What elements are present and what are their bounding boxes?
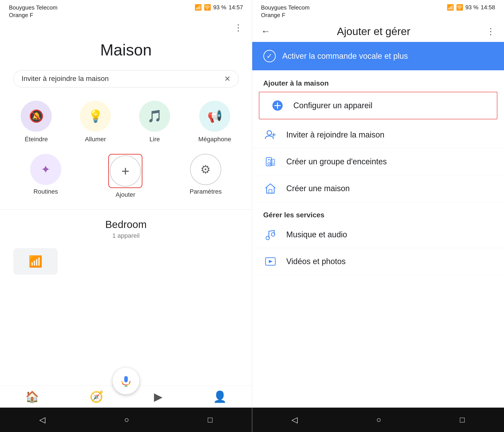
svg-rect-16 — [269, 190, 272, 193]
nav-media[interactable]: ▶ — [154, 390, 162, 403]
section-ajouter: Ajouter à la maison — [252, 70, 504, 90]
allumer-label: Allumer — [85, 136, 106, 143]
mic-icon — [120, 375, 132, 387]
invite-label: Inviter à rejoindre la maison — [286, 130, 384, 140]
allumer-icon: 💡 — [88, 109, 103, 123]
signal-icon: 📶 — [195, 4, 202, 11]
svg-point-6 — [267, 131, 271, 135]
music-label: Musique et audio — [286, 230, 347, 239]
bedroom-section: Bedroom 1 appareil — [0, 216, 252, 241]
right-status-bar: Bouygues TelecomOrange F 📶 🛜 93 % 14:58 — [252, 0, 504, 21]
qa-megaphone[interactable]: 📢 Mégaphone — [198, 101, 231, 143]
qa-allumer[interactable]: 💡 Allumer — [80, 101, 111, 143]
svg-point-17 — [266, 236, 270, 240]
left-carrier: Bouygues TelecomOrange F — [9, 4, 57, 19]
ajouter-icon-circle: + — [110, 155, 141, 186]
right-android-home[interactable]: ○ — [376, 415, 381, 424]
allumer-icon-circle: 💡 — [80, 101, 111, 132]
megaphone-icon: 📢 — [207, 109, 222, 123]
lire-icon-circle: 🎵 — [139, 101, 170, 132]
left-android-nav: ◁ ○ □ — [0, 408, 252, 432]
battery-text: 93 % — [213, 4, 226, 11]
nav-discover[interactable]: 🧭 — [90, 390, 103, 403]
megaphone-label: Mégaphone — [198, 136, 231, 143]
invite-icon — [263, 128, 278, 142]
right-page-title: Ajouter et gérer — [277, 25, 470, 37]
device-wifi-icon: 📶 — [29, 255, 42, 268]
add-person-icon — [265, 129, 276, 140]
android-home[interactable]: ○ — [124, 415, 129, 424]
qa2-parametres[interactable]: ⚙ Paramètres — [190, 154, 222, 198]
video-label: Vidéos et photos — [286, 257, 346, 266]
parametres-label: Paramètres — [190, 188, 222, 195]
right-header: ← Ajouter et gérer ⋮ — [252, 21, 504, 42]
configure-wrapper: Configurer un appareil — [259, 90, 498, 122]
bedroom-devices: 📶 — [0, 241, 252, 275]
android-recents[interactable]: □ — [208, 415, 213, 424]
right-wifi-icon: 🛜 — [456, 4, 463, 11]
svg-point-10 — [268, 163, 270, 165]
parametres-icon-circle: ⚙ — [190, 154, 221, 185]
right-signal-icon: 📶 — [447, 4, 454, 11]
configure-item[interactable]: Configurer un appareil — [259, 92, 498, 119]
right-android-back[interactable]: ◁ — [291, 415, 298, 424]
device-card[interactable]: 📶 — [13, 248, 58, 275]
svg-point-13 — [272, 163, 273, 165]
back-button[interactable]: ← — [261, 26, 270, 37]
video-item[interactable]: Vidéos et photos — [252, 248, 504, 275]
nav-home[interactable]: 🏠 — [25, 390, 39, 403]
left-status-bar: Bouygues TelecomOrange F 📶 🛜 93 % 14:57 — [0, 0, 252, 21]
left-panel: Bouygues TelecomOrange F 📶 🛜 93 % 14:57 … — [0, 0, 252, 432]
invite-bar-text: Inviter à rejoindre la maison — [21, 75, 109, 83]
qa2-ajouter[interactable]: + Ajouter — [108, 154, 142, 198]
home-icon — [263, 181, 278, 196]
right-android-nav: ◁ ○ □ — [252, 408, 504, 432]
invite-item[interactable]: Inviter à rejoindre la maison — [252, 122, 504, 148]
right-android-recents[interactable]: □ — [460, 415, 465, 424]
left-menu-button[interactable]: ⋮ — [234, 23, 243, 32]
page-title: Maison — [0, 41, 252, 59]
invite-bar-close[interactable]: ✕ — [224, 74, 231, 83]
eteindre-label: Éteindre — [25, 136, 48, 143]
section-divider — [0, 209, 252, 210]
right-status-icons: 📶 🛜 93 % 14:58 — [447, 4, 495, 11]
mic-fab-button[interactable] — [113, 368, 139, 394]
routines-icon-circle: ✦ — [30, 154, 61, 185]
qa-lire[interactable]: 🎵 Lire — [139, 101, 170, 143]
megaphone-icon-circle: 📢 — [199, 101, 230, 132]
play-screen-icon — [265, 256, 276, 267]
svg-point-14 — [272, 160, 273, 161]
time-left: 14:57 — [228, 4, 243, 11]
invite-bar[interactable]: Inviter à rejoindre la maison ✕ — [13, 70, 239, 87]
create-group-label: Créer un groupe d'enceintes — [286, 157, 387, 166]
routines-icon: ✦ — [41, 163, 51, 176]
qa2-routines[interactable]: ✦ Routines — [30, 154, 61, 198]
left-header: ⋮ — [0, 21, 252, 34]
routines-label: Routines — [34, 188, 58, 195]
create-group-item[interactable]: Créer un groupe d'enceintes — [252, 148, 504, 175]
right-battery-text: 93 % — [465, 4, 478, 11]
wifi-icon: 🛜 — [204, 4, 211, 11]
nav-profile[interactable]: 👤 — [213, 390, 227, 403]
configure-icon — [270, 98, 285, 113]
lire-icon: 🎵 — [147, 109, 162, 123]
plus-circle-icon — [272, 100, 283, 111]
qa-eteindre[interactable]: 🔕 Éteindre — [21, 101, 52, 143]
right-carrier: Bouygues TelecomOrange F — [261, 4, 310, 19]
parametres-icon: ⚙ — [200, 163, 211, 176]
bedroom-sub: 1 appareil — [0, 232, 252, 239]
music-item[interactable]: Musique et audio — [252, 221, 504, 248]
svg-marker-15 — [266, 184, 275, 193]
svg-rect-0 — [124, 376, 128, 382]
svg-point-18 — [271, 233, 275, 236]
right-menu-button[interactable]: ⋮ — [486, 26, 495, 36]
cta-banner[interactable]: ✓ Activer la commande vocale et plus — [252, 42, 504, 70]
music-note-icon — [265, 229, 276, 240]
android-back[interactable]: ◁ — [39, 415, 45, 424]
create-home-item[interactable]: Créer une maison — [252, 175, 504, 202]
configure-label: Configurer un appareil — [294, 101, 372, 110]
lire-label: Lire — [150, 136, 160, 143]
ajouter-outline: + — [108, 154, 142, 188]
right-panel: Bouygues TelecomOrange F 📶 🛜 93 % 14:58 … — [252, 0, 504, 432]
quick-actions-row1: 🔕 Éteindre 💡 Allumer 🎵 Lire 📢 Mégaphone — [0, 101, 252, 143]
